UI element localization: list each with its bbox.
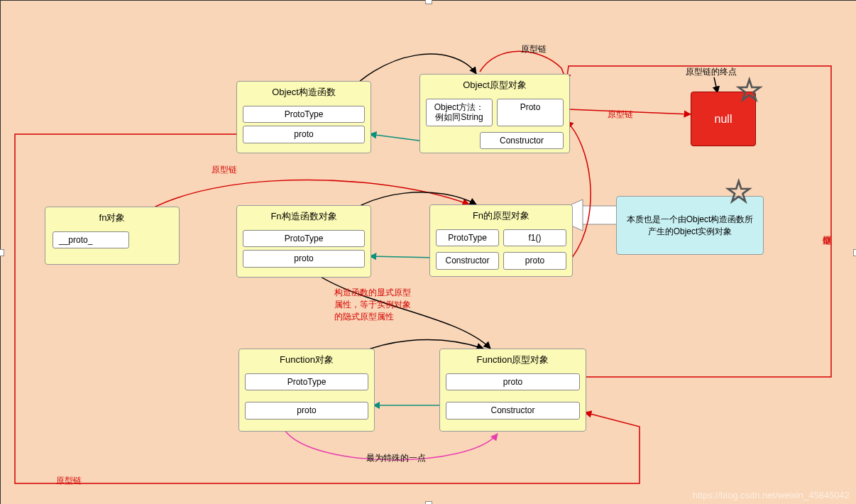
box-title: fn对象	[45, 207, 179, 229]
slot-object-methods: Object方法：例如同String	[426, 99, 493, 126]
essence-text: 本质也是一个由Object构造函数所产生的Object实例对象	[622, 214, 757, 238]
slot-proto: proto	[243, 126, 365, 143]
watermark: https://blog.csdn.net/weixin_45845042	[693, 490, 850, 500]
box-object-prototype[interactable]: Object原型对象 Object方法：例如同String Proto Cons…	[419, 74, 570, 153]
slot-proto: __proto_	[53, 231, 129, 248]
slot-proto: Proto	[497, 99, 564, 126]
null-label: null	[715, 113, 732, 126]
box-title: Fn的原型对象	[430, 205, 572, 226]
slot-constructor: Constructor	[480, 132, 564, 149]
slot-constructor: Constructor	[446, 402, 580, 419]
label-proto-chain: 原型链	[521, 43, 547, 55]
box-fn-prototype[interactable]: Fn的原型对象 ProtoType f1() Constructor proto	[429, 204, 573, 277]
slot-constructor: Constructor	[436, 252, 499, 269]
slot-prototype: ProtoType	[436, 229, 499, 246]
slot-proto: proto	[446, 373, 580, 390]
slot-f1: f1()	[503, 229, 566, 246]
label-proto-chain: 原型链	[608, 109, 633, 121]
slot-proto: proto	[243, 250, 365, 267]
star-icon: ☆	[735, 72, 763, 108]
box-title: Object原型对象	[420, 75, 569, 96]
box-fn-constructor[interactable]: Fn构造函数对象 ProtoType proto	[236, 205, 371, 278]
box-function-object[interactable]: Function对象 ProtoType proto	[238, 349, 375, 432]
label-proto-chain: 原型链	[56, 475, 82, 487]
box-object-constructor[interactable]: Object构造函数 ProtoType proto	[236, 81, 371, 153]
page-handle-top[interactable]	[425, 0, 432, 4]
slot-prototype: ProtoType	[245, 373, 368, 390]
slot-prototype: ProtoType	[243, 230, 365, 247]
slot-proto: proto	[503, 252, 566, 269]
box-fn-instance[interactable]: fn对象 __proto_	[45, 207, 180, 265]
label-explicit-note: 构造函数的显式原型 属性，等于实例对象 的隐式原型属性	[334, 287, 411, 323]
star-icon: ☆	[725, 173, 752, 209]
box-title: Fn构造函数对象	[237, 206, 371, 227]
slot-prototype: ProtoType	[243, 106, 365, 123]
page-handle-bottom[interactable]	[425, 501, 432, 504]
diagram-canvas: Object构造函数 ProtoType proto Object原型对象 Ob…	[0, 0, 856, 504]
slot-proto: proto	[245, 402, 368, 419]
box-title: Object构造函数	[237, 82, 371, 103]
page-handle-right[interactable]	[853, 249, 856, 256]
label-end-of-chain: 原型链的终点	[686, 66, 737, 78]
label-proto-chain: 原型链	[212, 164, 237, 176]
box-title: Function原型对象	[440, 349, 586, 371]
box-function-prototype[interactable]: Function原型对象 proto Constructor	[439, 349, 586, 432]
box-title: Function对象	[239, 349, 374, 371]
page-handle-left[interactable]	[0, 249, 4, 256]
label-special: 最为特殊的一点	[366, 452, 426, 464]
